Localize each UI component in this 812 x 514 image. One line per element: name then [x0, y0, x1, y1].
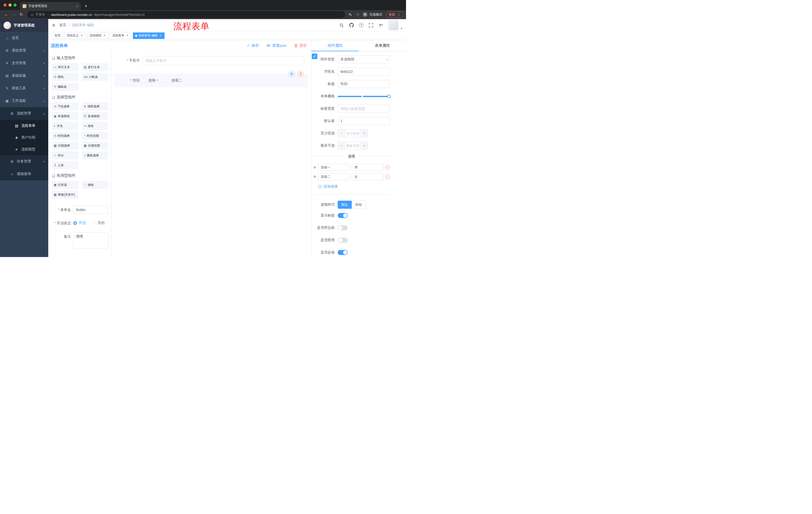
component-type-select[interactable]: 多选框组 ▾ — [338, 55, 390, 63]
palette-item-radio-group[interactable]: ◉单选框组 — [52, 112, 78, 120]
sidebar-item-process-form[interactable]: ▤ 流程表单 — [0, 120, 48, 132]
sidebar-item-system[interactable]: ⚙ 系统管理 ▾ — [0, 44, 48, 57]
font-size-icon[interactable]: TT — [379, 23, 383, 27]
style-button-button[interactable]: 按钮 — [352, 201, 366, 209]
slider-handle[interactable] — [387, 94, 391, 98]
browser-update-button[interactable]: 更新 ⋮ — [386, 11, 404, 18]
browser-tab[interactable]: 芋道管理系统 × — [20, 2, 81, 10]
palette-item-counter[interactable]: 123计数器 — [82, 73, 109, 81]
palette-item-switch[interactable]: ◐开关 — [52, 122, 78, 130]
disabled-toggle[interactable] — [338, 238, 348, 243]
palette-item-time-range[interactable]: ◔时间范围 — [82, 132, 109, 140]
canvas-field-phone[interactable]: 手机号 — [115, 55, 308, 66]
default-value-input[interactable] — [338, 117, 390, 125]
decrease-icon[interactable]: − — [338, 142, 345, 150]
address-bar[interactable]: ⚠ 不安全 | dashboard.yudao.iocoder.cn/bpm/m… — [27, 11, 345, 18]
remove-option-icon[interactable]: − — [385, 174, 390, 179]
sidebar-item-infrastructure[interactable]: ▤ 基础设施 ▾ — [0, 70, 48, 82]
search-icon[interactable] — [340, 23, 344, 27]
sidebar-item-user-groups[interactable]: ☻ 用户分组 — [0, 132, 48, 143]
sidebar-item-devtools[interactable]: ✎ 研发工具 ▾ — [0, 82, 48, 94]
status-on-radio[interactable]: 开启 — [74, 221, 86, 225]
tag-home[interactable]: 首页 — [52, 32, 63, 39]
palette-item-dropdown[interactable]: ⊙下拉选择 — [52, 102, 78, 110]
palette-item-date-range[interactable]: ▩日期范围 — [82, 141, 109, 150]
delete-component-icon[interactable] — [297, 71, 304, 77]
sidebar-item-payment[interactable]: ¥ 支付管理 ▾ — [0, 57, 48, 70]
palette-item-editor[interactable]: ✎编辑器 — [52, 83, 78, 91]
app-logo[interactable]: 芋道管理系统 — [0, 19, 48, 32]
browser-menu-icon[interactable]: ⋮ — [397, 12, 401, 17]
save-button[interactable]: ✓ 保存 — [247, 43, 259, 48]
clear-button[interactable]: 清空 — [294, 43, 307, 48]
option-2-label-input[interactable] — [318, 173, 349, 180]
tab-close-icon[interactable]: × — [76, 4, 78, 8]
form-canvas[interactable]: 手机号 — [112, 51, 311, 257]
max-select-input[interactable] — [345, 142, 361, 150]
palette-item-date-picker[interactable]: ▦日期选择 — [52, 141, 78, 150]
sidebar-item-leave-query[interactable]: ☺ 请假查询 — [0, 168, 48, 180]
palette-item-slider[interactable]: ⊸滑块 — [82, 122, 109, 130]
grid-slider[interactable] — [338, 92, 390, 100]
palette-item-multi-line-text[interactable]: ▤多行文本 — [82, 63, 109, 71]
breadcrumb-home[interactable]: 首页 — [59, 23, 66, 27]
canvas-field-gender-selected[interactable]: 性别 选项一 选项二 — [115, 74, 308, 87]
palette-item-time-picker[interactable]: ◷时间选择 — [52, 132, 78, 140]
min-select-input[interactable] — [345, 130, 361, 137]
password-key-icon[interactable] — [348, 13, 352, 17]
sidebar-item-workflow[interactable]: ▣ 工作流程 ▴ — [0, 94, 48, 107]
tag-close-icon[interactable]: × — [126, 34, 129, 37]
option-2-value-input[interactable] — [352, 173, 383, 180]
border-toggle[interactable] — [338, 225, 348, 231]
palette-item-button[interactable]: ☞按钮 — [82, 181, 109, 189]
palette-item-table[interactable]: ▦表格[开发中] — [52, 191, 78, 199]
sidebar-item-task-management[interactable]: ⊞ 任务管理 ▾ — [0, 155, 48, 168]
tag-process-form[interactable]: 流程表单 × — [110, 32, 132, 39]
add-option-button[interactable]: + 添加选项 — [318, 184, 390, 189]
sidebar-item-home[interactable]: ⌂ 首页 — [0, 32, 48, 44]
style-default-button[interactable]: 默认 — [338, 201, 352, 209]
required-toggle[interactable] — [338, 250, 348, 255]
tag-close-icon[interactable]: × — [103, 34, 106, 37]
palette-item-single-line-text[interactable]: ▭单行文本 — [52, 63, 78, 71]
palette-item-upload[interactable]: ↥上传 — [52, 161, 78, 169]
increase-icon[interactable]: + — [361, 130, 368, 137]
hamburger-icon[interactable]: ≡ — [52, 23, 55, 28]
remark-input[interactable]: 嘿嘿 — [74, 232, 108, 248]
github-icon[interactable] — [349, 23, 354, 27]
user-avatar[interactable] — [388, 20, 399, 30]
tag-close-icon[interactable]: × — [159, 34, 162, 37]
sidebar-item-process-model[interactable]: ➤ 流程模型 — [0, 143, 48, 155]
palette-item-password[interactable]: ⊡密码 — [52, 73, 78, 81]
show-label-toggle[interactable] — [338, 213, 348, 218]
security-label[interactable]: 不安全 — [35, 12, 45, 17]
decrease-icon[interactable]: − — [338, 130, 345, 137]
zoom-window-button[interactable] — [13, 3, 17, 6]
help-icon[interactable]: ? — [359, 23, 364, 27]
new-tab-button[interactable]: + — [84, 3, 87, 8]
close-window-button[interactable] — [3, 3, 6, 6]
field-name-input[interactable] — [338, 67, 390, 76]
tab-component-props[interactable]: 组件属性 — [312, 40, 359, 51]
drag-handle-icon[interactable]: ≡ — [314, 175, 316, 179]
minimize-window-button[interactable] — [8, 3, 11, 6]
label-width-input[interactable] — [338, 105, 390, 113]
sidebar-item-process-management[interactable]: ≣ 流程管理 ▴ — [0, 107, 48, 120]
increase-icon[interactable]: + — [361, 142, 368, 150]
phone-input[interactable] — [143, 56, 304, 65]
link-anchor-icon[interactable] — [312, 54, 317, 59]
title-input[interactable] — [338, 80, 390, 88]
forward-icon[interactable]: → — [10, 12, 18, 17]
drag-handle-icon[interactable]: ≡ — [314, 165, 316, 169]
palette-item-cascader[interactable]: ⋔级联选择 — [82, 102, 109, 110]
reload-icon[interactable]: ↻ — [18, 12, 25, 17]
gender-option-1-checkbox[interactable]: 选项一 — [143, 78, 159, 83]
form-name-input[interactable] — [74, 206, 108, 214]
bookmark-star-icon[interactable]: ☆ — [356, 12, 359, 17]
status-off-radio[interactable]: 关闭 — [92, 221, 105, 225]
tag-process-model[interactable]: 流程模型 × — [87, 32, 109, 39]
gender-option-2-checkbox[interactable]: 选项二 — [166, 78, 182, 83]
tab-form-props[interactable]: 表单属性 — [359, 40, 406, 51]
back-icon[interactable]: ← — [2, 12, 10, 17]
view-json-button[interactable]: 查看json — [266, 43, 287, 48]
